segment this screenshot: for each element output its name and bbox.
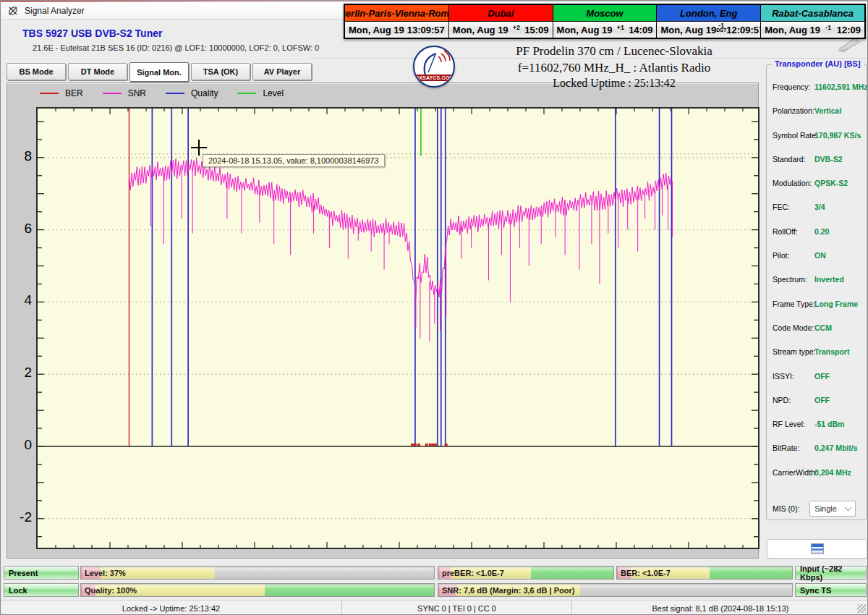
mode-tabs: BS Mode DT Mode Signal Mon. TSA (OK) AV … xyxy=(7,63,312,82)
clock-date: Mon, Aug 19 xyxy=(557,25,613,35)
transponder-field-row: Stream type: Transport xyxy=(773,347,864,371)
present-indicator: Present xyxy=(4,566,79,580)
tab-bs-mode[interactable]: BS Mode xyxy=(7,63,66,80)
field-value: Vertical xyxy=(814,106,841,115)
clock-dubai: Dubai Mon, Aug 19 +2 15:09 xyxy=(449,5,553,38)
transponder-field-row: Pilot: ON xyxy=(773,251,864,275)
mis-label: MIS (0): xyxy=(773,504,799,513)
field-label: Pilot: xyxy=(773,251,789,260)
y-axis-tick-label: 8 xyxy=(10,148,32,164)
clock-date: Mon, Aug 19 xyxy=(765,25,820,35)
field-value: QPSK-S2 xyxy=(814,179,848,187)
field-value: OFF xyxy=(814,372,830,381)
clock-time: 13:09:57 xyxy=(407,25,445,35)
field-value: 0,204 MHz xyxy=(814,468,851,477)
mis-row: MIS (0): Single xyxy=(773,501,864,517)
transponder-field-row: NPD: OFF xyxy=(773,396,864,420)
statusbar-uptime: Locked -> Uptime: 25:13:42 xyxy=(1,601,342,615)
tab-signal-mon[interactable]: Signal Mon. xyxy=(129,62,189,82)
y-axis-tick-label: -2 xyxy=(10,509,32,525)
transponder-field-row: BitRate: 0,247 Mbit/s xyxy=(773,444,864,467)
tab-tsa[interactable]: TSA (OK) xyxy=(191,63,250,80)
antenna-location-line: PF Prodelin 370 cm / Lucenec-Slovakia xyxy=(455,44,773,59)
clock-london: London, Eng Mon, Aug 19 -1DST 12:09:57 xyxy=(657,5,761,38)
tab-dt-mode[interactable]: DT Mode xyxy=(68,63,127,80)
field-label: CarrierWidth: xyxy=(773,468,817,477)
chevron-down-icon xyxy=(845,504,852,512)
clock-time: 15:09 xyxy=(524,25,548,35)
field-value: 0,247 Mbit/s xyxy=(814,444,858,452)
clock-rabat: Rabat-Casablanca Mon, Aug 19 -1 12:09 xyxy=(761,5,864,38)
transponder-field-row: Standard: DVB-S2 xyxy=(773,155,864,179)
field-label: BitRate: xyxy=(773,444,799,452)
panel-window-button[interactable] xyxy=(767,539,867,559)
clock-utc-offset: -1 xyxy=(825,25,831,30)
field-label: ISSYI: xyxy=(773,372,794,381)
status-bar: Locked -> Uptime: 25:13:42 SYNC 0 | TEI … xyxy=(1,600,868,615)
clock-time: 12:09 xyxy=(837,25,861,35)
dxsatcs-logo: DXSATCS.COM xyxy=(413,46,455,88)
transponder-field-row: Code Mode: CCM xyxy=(773,323,864,347)
field-value: Long Frame xyxy=(814,300,858,308)
y-axis-tick-label: 0 xyxy=(10,437,32,453)
transponder-fields: Frequency: 11602,591 MHz Polarization: V… xyxy=(773,82,864,492)
signal-plot-svg xyxy=(38,109,758,548)
dxsatcs-logo-text: DXSATCS.COM xyxy=(415,75,453,81)
ber-line-swatch xyxy=(40,93,59,94)
locked-uptime-line: Locked Uptime : 25:13:42 xyxy=(455,77,773,90)
legend-item-level: Level xyxy=(237,88,284,98)
clock-utc-offset: +2 xyxy=(513,25,520,30)
field-value: Transport xyxy=(814,347,849,356)
frequency-service-line: f=11602,760 MHz_H_ : Atlantis Radio xyxy=(455,61,773,75)
quality-meter: Quality: 100% xyxy=(80,583,435,597)
transponder-field-row: ISSYI: OFF xyxy=(773,372,864,396)
signal-chart-panel: BER SNR Quality Level 86420-2 2024-08-18… xyxy=(7,82,759,559)
clock-time: 12:09:57 xyxy=(726,25,764,35)
snr-meter: SNR: 7,6 dB (Margin: 3,6 dB | Poor) xyxy=(438,583,793,597)
sync-ts-indicator: Sync TS xyxy=(795,583,867,597)
mis-dropdown[interactable]: Single xyxy=(809,501,856,517)
field-value: -51 dBm xyxy=(814,420,844,428)
transponder-field-row: Modulation: QPSK-S2 xyxy=(773,179,864,203)
field-label: Standard: xyxy=(773,155,806,164)
tuner-name: TBS 5927 USB DVB-S2 Tuner xyxy=(22,27,162,39)
transponder-field-row: CarrierWidth: 0,204 MHz xyxy=(773,468,864,492)
legend-item-ber: BER xyxy=(40,88,83,98)
field-label: NPD: xyxy=(773,396,791,404)
field-value: 3/4 xyxy=(814,203,825,211)
field-value: 170,987 KS/s xyxy=(814,131,861,140)
clock-city-label: London, Eng xyxy=(657,5,760,22)
field-label: RF Level: xyxy=(773,420,805,428)
signal-plot-area[interactable]: 2024-08-18 15.13.05, value: 8,1000003814… xyxy=(36,107,760,549)
lock-indicator: Lock xyxy=(4,583,79,597)
preber-meter: preBER: <1.0E-7 xyxy=(438,566,614,580)
transponder-field-row: Frame Type: Long Frame xyxy=(773,300,864,323)
field-label: Modulation: xyxy=(773,179,812,187)
transponder-panel-title: Transponder (AU) [BS] xyxy=(772,59,864,68)
clock-moscow: Moscow Mon, Aug 19 +1 14:09 xyxy=(553,5,658,38)
level-meter: Level: 37% xyxy=(80,566,435,580)
transponder-field-row: Spectrum: Inverted xyxy=(773,275,864,299)
world-clocks-widget: Berlin-Paris-Vienna-Roma Mon, Aug 19 13:… xyxy=(344,4,866,39)
field-label: FEC: xyxy=(773,203,790,211)
resize-grip[interactable] xyxy=(857,604,866,613)
level-line-swatch xyxy=(237,93,256,94)
statusbar-best-signal: Best signal: 8,1 dB (2024-08-18 15:13) xyxy=(572,601,868,615)
clock-utc-offset: +1 xyxy=(617,25,624,30)
field-label: Polarization: xyxy=(773,106,814,115)
chart-legend: BER SNR Quality Level xyxy=(40,88,303,98)
tab-av-player[interactable]: AV Player xyxy=(252,63,312,80)
cursor-crosshair xyxy=(191,140,207,156)
clock-time: 14:09 xyxy=(629,25,652,35)
clock-utc-offset: -1DST xyxy=(716,22,726,33)
tuner-details: 21.6E - Eutelsat 21B SES 16 (ID: 0216) @… xyxy=(33,43,319,52)
y-axis-tick-label: 2 xyxy=(10,365,32,381)
clock-city-label: Berlin-Paris-Vienna-Roma xyxy=(345,5,448,22)
clock-date: Mon, Aug 19 xyxy=(349,25,404,35)
quality-line-swatch xyxy=(166,93,184,94)
window-title: Signal Analyzer xyxy=(25,6,85,16)
snr-line-swatch xyxy=(103,93,122,94)
field-value: OFF xyxy=(814,396,830,404)
transponder-field-row: RF Level: -51 dBm xyxy=(773,420,864,444)
ber-meter: BER: <1.0E-7 xyxy=(616,566,793,580)
